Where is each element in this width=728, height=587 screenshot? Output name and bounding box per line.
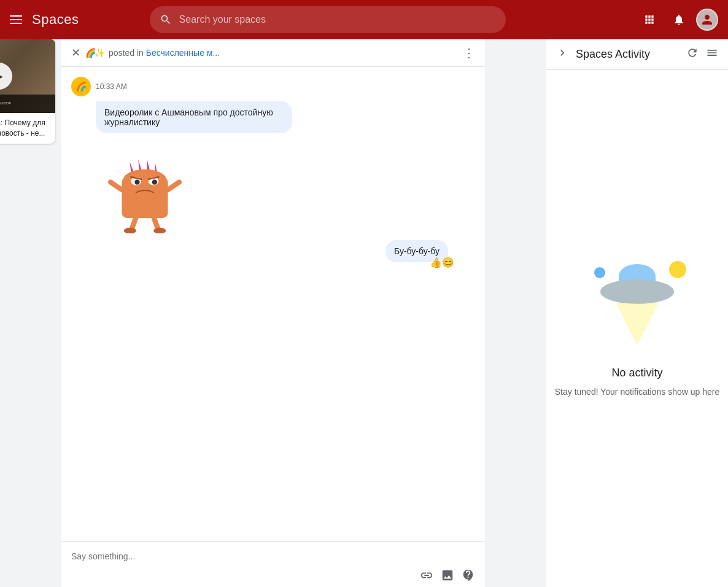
moon-shape — [669, 261, 686, 278]
reaction-emoji: 👍😊 — [430, 257, 454, 268]
search-icon — [160, 14, 172, 26]
message-header: 🌈 10:33 AM — [71, 77, 475, 96]
panel-title: Spaces Activity — [576, 48, 679, 61]
video-thumbnail[interactable]: ИГОРЬ АШМАНОВ ЗАМ. ИСПОЛНИТЕЛЬНЫЙ ДИРЕКТ… — [0, 39, 55, 113]
image-icon[interactable] — [441, 569, 454, 582]
message-input[interactable] — [71, 549, 475, 564]
apps-icon[interactable] — [637, 7, 662, 32]
input-actions — [71, 564, 475, 582]
no-activity-area: No activity Stay tuned! Your notificatio… — [546, 70, 728, 587]
right-panel: Spaces Activity — [546, 39, 728, 587]
posted-in-label: posted in — [109, 48, 144, 58]
post-header-text: posted in Бесчисленные м... — [109, 48, 458, 58]
angry-monster-sticker — [99, 141, 191, 233]
message-area[interactable]: 🌈 10:33 AM Видеоролик с Ашмановым про до… — [61, 67, 485, 541]
panel-menu-button[interactable] — [706, 47, 718, 62]
message-time: 10:33 AM — [96, 82, 127, 91]
svg-point-5 — [123, 169, 166, 190]
notifications-icon[interactable] — [667, 7, 691, 32]
post-header: ✕ 🌈✨ posted in Бесчисленные м... ⋮ — [61, 39, 485, 67]
sticker-icon[interactable] — [462, 569, 475, 582]
navbar: Spaces — [0, 0, 728, 39]
right-message-bubble: Бу-бу-бу-бу 👍😊 — [385, 240, 448, 262]
shared-card[interactable]: ИГОРЬ АШМАНОВ ЗАМ. ИСПОЛНИТЕЛЬНЫЙ ДИРЕКТ… — [0, 39, 55, 144]
author-emoji: 🌈✨ — [85, 48, 104, 58]
sender-avatar: 🌈 — [71, 77, 91, 96]
svg-point-9 — [152, 180, 157, 185]
input-area — [61, 541, 485, 587]
no-activity-title: No activity — [611, 367, 662, 379]
navbar-right — [637, 7, 718, 32]
content-panel: ИГОРЬ АШМАНОВ ЗАМ. ИСПОЛНИТЕЛЬНЫЙ ДИРЕКТ… — [61, 39, 485, 587]
search-bar[interactable] — [150, 6, 506, 33]
right-message-container: Бу-бу-бу-бу 👍😊 — [71, 240, 470, 262]
svg-point-8 — [134, 180, 139, 185]
link-icon[interactable] — [420, 569, 433, 582]
no-activity-subtitle: Stay tuned! Your notifications show up h… — [555, 387, 720, 397]
svg-line-12 — [110, 182, 122, 190]
main-layout: ИГОРЬ АШМАНОВ ЗАМ. ИСПОЛНИТЕЛЬНЫЙ ДИРЕКТ… — [0, 39, 728, 587]
sticker-image — [96, 138, 194, 236]
search-input[interactable] — [179, 14, 496, 25]
message-group: 🌈 10:33 AM Видеоролик с Ашмановым про до… — [71, 77, 475, 133]
close-button[interactable]: ✕ — [71, 46, 80, 60]
menu-icon[interactable] — [10, 15, 22, 24]
app-logo: Spaces — [32, 12, 79, 28]
video-title: Игорь Ашманов: Почему для СМИ хорошая но… — [0, 113, 55, 144]
gap-panel — [485, 39, 546, 587]
user-avatar[interactable] — [696, 9, 718, 31]
refresh-button[interactable] — [686, 47, 699, 62]
ufo-illustration — [576, 261, 699, 359]
svg-line-13 — [168, 182, 179, 190]
expand-icon[interactable] — [556, 47, 568, 62]
message-text: Видеоролик с Ашмановым про достойную жур… — [96, 101, 292, 133]
right-panel-header: Spaces Activity — [546, 39, 728, 70]
ufo-beam — [616, 303, 659, 346]
planet-shape — [594, 267, 605, 278]
space-name[interactable]: Бесчисленные м... — [146, 48, 220, 58]
ufo-saucer — [600, 279, 674, 304]
more-options-button[interactable]: ⋮ — [463, 45, 475, 60]
sticker-container — [96, 138, 475, 236]
